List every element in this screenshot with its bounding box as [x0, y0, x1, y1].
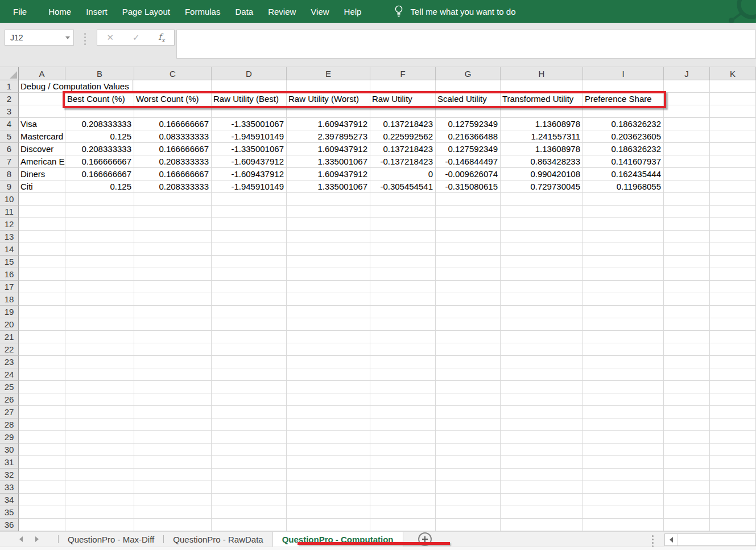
cell-A10[interactable]	[19, 193, 65, 206]
row-header-16[interactable]: 16	[0, 268, 19, 281]
cell-K2[interactable]	[710, 93, 756, 105]
cell-C11[interactable]	[134, 206, 212, 218]
cell-C22[interactable]	[134, 343, 212, 356]
cell-J33[interactable]	[664, 481, 710, 494]
cell-H9[interactable]: 0.729730045	[501, 180, 583, 193]
cell-K20[interactable]	[710, 318, 756, 331]
row-header-10[interactable]: 10	[0, 193, 19, 206]
cell-I16[interactable]	[583, 268, 664, 281]
cell-B36[interactable]	[65, 519, 134, 531]
cell-K9[interactable]	[710, 180, 756, 193]
row-header-12[interactable]: 12	[0, 218, 19, 231]
row-header-32[interactable]: 32	[0, 469, 19, 481]
ribbon-tab-view[interactable]: View	[311, 7, 329, 17]
cell-B21[interactable]	[65, 331, 134, 343]
cell-C9[interactable]: 0.208333333	[134, 180, 212, 193]
cell-A17[interactable]	[19, 281, 65, 293]
column-header-D[interactable]: D	[212, 67, 287, 80]
ribbon-tab-formulas[interactable]: Formulas	[185, 7, 221, 17]
cell-J7[interactable]	[664, 155, 710, 168]
cell-F13[interactable]	[370, 231, 436, 243]
add-sheet-button[interactable]	[418, 532, 432, 546]
cell-H33[interactable]	[501, 481, 583, 494]
cell-A9[interactable]: Citi	[19, 180, 65, 193]
cell-B24[interactable]	[65, 368, 134, 381]
cell-K30[interactable]	[710, 444, 756, 456]
cell-K32[interactable]	[710, 469, 756, 481]
cell-I27[interactable]	[583, 406, 664, 418]
cell-K29[interactable]	[710, 431, 756, 444]
column-header-E[interactable]: E	[287, 67, 370, 80]
cell-D13[interactable]	[212, 231, 287, 243]
cell-E8[interactable]: 1.609437912	[287, 168, 370, 180]
cell-C15[interactable]	[134, 256, 212, 268]
cell-E34[interactable]	[287, 494, 370, 506]
cell-E15[interactable]	[287, 256, 370, 268]
cell-G1[interactable]	[436, 80, 501, 93]
cell-F18[interactable]	[370, 293, 436, 306]
cell-A33[interactable]	[19, 481, 65, 494]
row-header-5[interactable]: 5	[0, 130, 19, 143]
cell-A22[interactable]	[19, 343, 65, 356]
cell-J25[interactable]	[664, 381, 710, 393]
cell-D28[interactable]	[212, 418, 287, 431]
sheet-tab-questionpro-max-diff[interactable]: QuestionPro - Max-Diff	[59, 532, 163, 547]
cell-G3[interactable]	[436, 105, 501, 118]
cell-K26[interactable]	[710, 393, 756, 406]
cell-C19[interactable]	[134, 306, 212, 318]
cell-E23[interactable]	[287, 356, 370, 368]
cell-C4[interactable]: 0.166666667	[134, 118, 212, 130]
cell-C20[interactable]	[134, 318, 212, 331]
cell-K27[interactable]	[710, 406, 756, 418]
cell-K22[interactable]	[710, 343, 756, 356]
cell-D11[interactable]	[212, 206, 287, 218]
cell-E19[interactable]	[287, 306, 370, 318]
cell-A15[interactable]	[19, 256, 65, 268]
cell-G31[interactable]	[436, 456, 501, 469]
cell-J35[interactable]	[664, 506, 710, 519]
row-header-29[interactable]: 29	[0, 431, 19, 444]
cell-D4[interactable]: -1.335001067	[212, 118, 287, 130]
cell-B16[interactable]	[65, 268, 134, 281]
cell-E33[interactable]	[287, 481, 370, 494]
cell-E9[interactable]: 1.335001067	[287, 180, 370, 193]
cell-G34[interactable]	[436, 494, 501, 506]
cell-K35[interactable]	[710, 506, 756, 519]
cell-I4[interactable]: 0.186326232	[583, 118, 664, 130]
cell-H19[interactable]	[501, 306, 583, 318]
cell-G19[interactable]	[436, 306, 501, 318]
cell-G6[interactable]: 0.127592349	[436, 143, 501, 155]
cell-F29[interactable]	[370, 431, 436, 444]
cell-I21[interactable]	[583, 331, 664, 343]
cell-E20[interactable]	[287, 318, 370, 331]
cell-G24[interactable]	[436, 368, 501, 381]
cell-A23[interactable]	[19, 356, 65, 368]
row-header-26[interactable]: 26	[0, 393, 19, 406]
cell-D15[interactable]	[212, 256, 287, 268]
cell-A36[interactable]	[19, 519, 65, 531]
cell-A1[interactable]: Debug / Computation Values	[19, 80, 133, 93]
cell-J26[interactable]	[664, 393, 710, 406]
cell-C27[interactable]	[134, 406, 212, 418]
cell-E16[interactable]	[287, 268, 370, 281]
cell-K14[interactable]	[710, 243, 756, 256]
cell-H22[interactable]	[501, 343, 583, 356]
cell-A20[interactable]	[19, 318, 65, 331]
cell-A8[interactable]: Diners	[19, 168, 65, 180]
cell-G36[interactable]	[436, 519, 501, 531]
cell-H20[interactable]	[501, 318, 583, 331]
cell-G20[interactable]	[436, 318, 501, 331]
cell-G17[interactable]	[436, 281, 501, 293]
row-header-34[interactable]: 34	[0, 494, 19, 506]
cell-I22[interactable]	[583, 343, 664, 356]
cell-J13[interactable]	[664, 231, 710, 243]
cell-J8[interactable]	[664, 168, 710, 180]
cell-I34[interactable]	[583, 494, 664, 506]
cell-J1[interactable]	[664, 80, 710, 93]
next-sheet-icon[interactable]	[35, 536, 39, 542]
row-header-1[interactable]: 1	[0, 80, 19, 93]
ribbon-tab-file[interactable]: File	[13, 7, 27, 17]
row-header-8[interactable]: 8	[0, 168, 19, 180]
row-header-28[interactable]: 28	[0, 418, 19, 431]
cell-F33[interactable]	[370, 481, 436, 494]
